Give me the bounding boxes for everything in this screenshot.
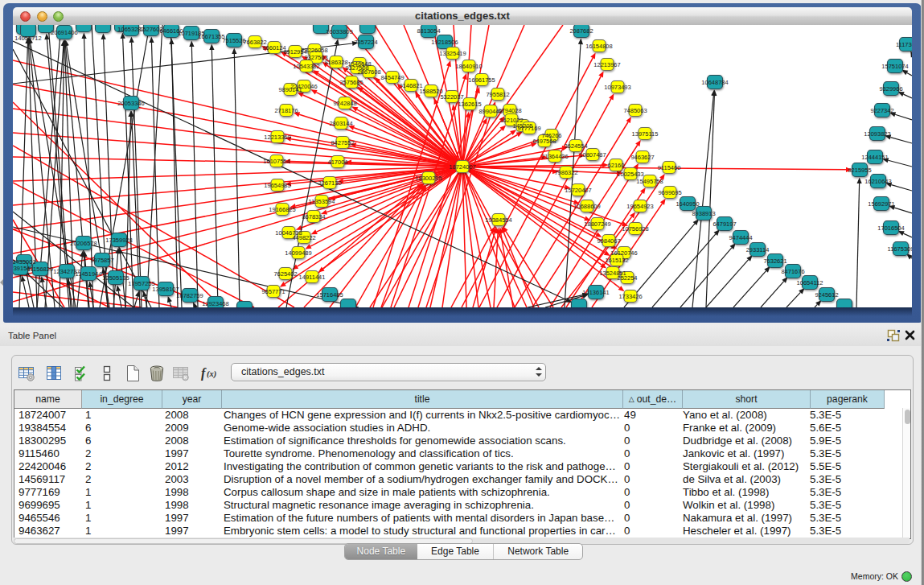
graph-node[interactable] [96, 25, 111, 33]
table-cell[interactable]: 18724007 [14, 409, 81, 422]
panel-collapse-arrow-icon[interactable] [0, 279, 3, 286]
table-cell[interactable]: Wolkin et al. (1998) [679, 499, 806, 512]
table-row[interactable]: 1872400712008Changes of HCN gene express… [14, 409, 910, 422]
table-cell[interactable]: 1998 [161, 486, 220, 499]
float-window-icon[interactable] [887, 329, 900, 342]
show-column-button[interactable] [44, 364, 64, 383]
vertical-scrollbar-thumb[interactable] [905, 410, 910, 424]
table-cell[interactable]: 1997 [161, 512, 220, 525]
table-cell[interactable]: 6 [81, 422, 161, 435]
column-header-title[interactable]: title [222, 390, 623, 409]
table-cell[interactable]: 5.6E-5 [806, 422, 879, 435]
table-cell[interactable]: Nakamura et al. (1997) [679, 512, 806, 525]
table-cell[interactable]: Changes of HCN gene expression and I(f) … [220, 409, 620, 422]
table-cell[interactable]: 5.3E-5 [806, 499, 879, 512]
table-cell[interactable]: 9465546 [14, 512, 81, 525]
table-cell[interactable]: Estimation of the future numbers of pati… [220, 512, 620, 525]
table-cell[interactable]: Dudbridge et al. (2008) [679, 435, 806, 447]
table-cell[interactable]: 2008 [161, 409, 220, 422]
table-cell[interactable]: Corpus callosum shape and size in male p… [220, 486, 620, 499]
table-cell[interactable]: 5.3E-5 [806, 447, 879, 460]
memory-status-indicator[interactable] [901, 571, 912, 582]
table-cell[interactable]: 6 [81, 435, 161, 447]
tab-edge-table[interactable]: Edge Table [417, 544, 495, 559]
graph-node[interactable] [237, 302, 253, 308]
table-cell[interactable]: Estimation of significance thresholds fo… [220, 435, 620, 447]
column-header-year[interactable]: year [162, 390, 222, 409]
table-cell[interactable]: Embryonic stem cells: a model to study s… [220, 525, 620, 538]
column-header-short[interactable]: short [683, 390, 811, 409]
table-cell[interactable]: 9463627 [14, 525, 81, 538]
table-cell[interactable]: 1 [81, 409, 161, 422]
table-cell[interactable]: 5.3E-5 [806, 486, 879, 499]
table-cell[interactable]: 9115460 [14, 447, 81, 460]
table-cell[interactable]: 1997 [161, 447, 220, 460]
table-row[interactable]: 946362711997Embryonic stem cells: a mode… [14, 525, 910, 538]
table-row[interactable]: 1938455462009Genome-wide association stu… [14, 422, 910, 435]
table-row[interactable]: 946554611997Estimation of the future num… [14, 512, 910, 525]
table-cell[interactable]: 0 [620, 473, 679, 486]
vertical-scrollbar[interactable] [902, 408, 911, 538]
table-cell[interactable]: 0 [620, 422, 679, 435]
table-cell[interactable]: 5.3E-5 [806, 525, 879, 538]
table-cell[interactable]: Franke et al. (2009) [679, 422, 806, 435]
table-cell[interactable]: 1 [81, 512, 161, 525]
table-row[interactable]: 2242004622012Investigating the contribut… [14, 460, 910, 473]
table-cell[interactable]: 2009 [161, 422, 220, 435]
table-cell[interactable]: 0 [620, 460, 679, 473]
table-cell[interactable]: 0 [620, 435, 679, 447]
table-cell[interactable]: de Silva et al. (2003) [679, 473, 806, 486]
table-cell[interactable]: 9699695 [14, 499, 81, 512]
table-cell[interactable]: 14569117 [14, 473, 81, 486]
table-cell[interactable]: Yano et al. (2008) [679, 409, 806, 422]
table-row[interactable]: 977716911998Corpus callosum shape and si… [14, 486, 910, 499]
table-cell[interactable]: 2012 [161, 460, 220, 473]
graph-node[interactable] [76, 25, 92, 32]
table-cell[interactable]: 0 [620, 486, 679, 499]
column-header-pagerank[interactable]: pagerank [811, 390, 885, 409]
graph-node[interactable] [360, 25, 376, 34]
table-cell[interactable]: Genome-wide association studies in ADHD. [220, 422, 620, 435]
table-cell[interactable]: 1 [81, 486, 161, 499]
table-row[interactable]: 911546021997Tourette syndrome. Phenomeno… [14, 447, 910, 460]
delete-column-button[interactable] [147, 364, 166, 383]
tab-network-table[interactable]: Network Table [494, 544, 582, 559]
table-cell[interactable]: Tibbo et al. (1998) [679, 486, 806, 499]
table-cell[interactable]: 5.5E-5 [806, 460, 879, 473]
network-canvas[interactable]: 1405571220691406106532871527602646616010… [13, 25, 912, 307]
table-cell[interactable]: 0 [620, 499, 679, 512]
table-cell[interactable]: 2 [81, 447, 161, 460]
table-cell[interactable]: Structural magnetic resonance image aver… [220, 499, 620, 512]
create-column-button[interactable] [123, 364, 142, 383]
table-cell[interactable]: 5.9E-5 [806, 435, 879, 447]
table-cell[interactable]: 19384554 [14, 422, 81, 435]
table-cell[interactable]: Stergiakouli et al. (2012) [679, 460, 806, 473]
table-cell[interactable]: 1997 [161, 525, 220, 538]
table-cell[interactable]: Investigating the contribution of common… [220, 460, 620, 473]
table-cell[interactable]: 2 [81, 460, 161, 473]
table-cell[interactable]: 2008 [161, 435, 220, 447]
row-height-button[interactable] [97, 364, 117, 383]
close-panel-icon[interactable] [904, 329, 916, 341]
select-columns-button[interactable] [72, 364, 92, 383]
table-cell[interactable]: 9777169 [14, 486, 81, 499]
table-cell[interactable]: 2 [81, 473, 161, 486]
graph-node[interactable] [572, 299, 587, 308]
table-cell[interactable]: Tourette syndrome. Phenomenology and cla… [220, 447, 620, 460]
table-cell[interactable]: 1 [81, 499, 161, 512]
table-cell[interactable]: Hescheler et al. (1997) [679, 525, 806, 538]
table-cell[interactable]: 5.3E-5 [806, 409, 879, 422]
table-cell[interactable]: Jankovic et al. (1997) [679, 447, 806, 460]
tab-node-table[interactable]: Node Table [345, 544, 417, 559]
table-row[interactable]: 1456911722003Disruption of a novel membe… [14, 473, 910, 486]
table-cell[interactable]: 1 [81, 525, 161, 538]
table-cell[interactable]: 22420046 [14, 460, 81, 473]
table-cell[interactable]: 2003 [161, 473, 220, 486]
table-cell[interactable]: 18300295 [14, 435, 81, 447]
table-cell[interactable]: 5.3E-5 [806, 512, 879, 525]
graph-node[interactable] [341, 299, 356, 308]
table-select-dropdown[interactable]: citations_edges.txt [231, 363, 546, 381]
window-titlebar[interactable]: citations_edges.txt [13, 7, 912, 26]
table-row[interactable]: 969969511998Structural magnetic resonanc… [14, 499, 910, 512]
table-cell[interactable]: 1998 [161, 499, 220, 512]
